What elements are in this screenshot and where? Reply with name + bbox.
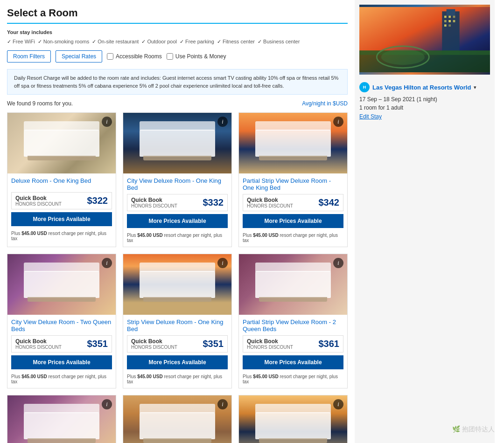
- stay-includes-label: Your stay includes: [7, 29, 52, 35]
- quick-book-price-1: $322: [87, 195, 108, 206]
- qb-title-6: Quick Book: [247, 338, 293, 345]
- quick-book-price-6: $361: [319, 339, 340, 349]
- quick-book-row-3: Quick Book HONORS DISCOUNT $342: [243, 194, 343, 211]
- svg-point-14: [381, 49, 425, 65]
- room-card-9: i Strip View One Bedroom Suite - One Kin…: [238, 395, 348, 443]
- qb-title-5: Quick Book: [131, 338, 177, 345]
- info-icon-9[interactable]: i: [333, 399, 343, 409]
- hotel-info: H Las Vegas Hilton at Resorts World ▾ 17…: [359, 78, 490, 124]
- room-card-6: i Partial Strip View Deluxe Room - 2 Que…: [238, 254, 348, 388]
- quick-book-row-4: Quick Book HONORS DISCOUNT $351: [11, 335, 112, 353]
- svg-rect-9: [444, 24, 447, 27]
- room-image-9: i: [239, 395, 347, 443]
- qb-discount-5: HONORS DISCOUNT: [131, 345, 177, 350]
- results-count: We found 9 rooms for you.: [7, 100, 73, 107]
- accessible-rooms-label[interactable]: Accessible Rooms: [107, 53, 162, 60]
- more-prices-btn-6[interactable]: More Prices Available: [243, 355, 343, 369]
- qb-title-2: Quick Book: [131, 197, 177, 203]
- stay-dates: 17 Sep – 18 Sep 2021 (1 night): [359, 96, 490, 103]
- room-card-1: i Deluxe Room - One King Bed Quick Book …: [7, 112, 116, 247]
- info-icon-3[interactable]: i: [333, 117, 343, 127]
- info-icon-4[interactable]: i: [102, 258, 112, 268]
- filter-row: Room Filters Special Rates Accessible Ro…: [7, 50, 348, 62]
- room-name-2: City View Deluxe Room - One King Bed: [123, 173, 231, 194]
- room-image-3: i: [239, 113, 347, 173]
- results-row: We found 9 rooms for you. Avg/night in $…: [7, 100, 348, 107]
- page-title: Select a Room: [7, 7, 348, 24]
- svg-rect-4: [448, 16, 451, 18]
- stay-item-parking: Free parking: [180, 39, 214, 45]
- room-card-3: i Partial Strip View Deluxe Room - One K…: [238, 112, 348, 247]
- hotel-name: Las Vegas Hilton at Resorts World: [372, 84, 471, 91]
- info-icon-5[interactable]: i: [217, 258, 228, 268]
- room-name-1: Deluxe Room - One King Bed: [7, 173, 116, 192]
- room-grid: i Deluxe Room - One King Bed Quick Book …: [7, 112, 348, 443]
- quick-book-label-5: Quick Book HONORS DISCOUNT: [131, 338, 177, 350]
- quick-book-row-1: Quick Book HONORS DISCOUNT $322: [11, 192, 112, 209]
- dropdown-arrow-icon: ▾: [474, 84, 476, 90]
- stay-guests: 1 room for 1 adult: [359, 104, 490, 111]
- quick-book-label-4: Quick Book HONORS DISCOUNT: [15, 338, 62, 350]
- currency-selector[interactable]: Avg/night in $USD: [302, 100, 348, 107]
- room-name-5: Strip View Deluxe Room - One King Bed: [123, 315, 231, 335]
- info-icon-2[interactable]: i: [217, 117, 228, 127]
- watermark: 🌿 抱团特达人: [452, 425, 495, 434]
- quick-book-price-2: $332: [203, 197, 224, 208]
- room-filters-button[interactable]: Room Filters: [7, 50, 51, 62]
- room-image-2: i: [123, 113, 231, 173]
- special-rates-button[interactable]: Special Rates: [56, 50, 102, 62]
- use-points-money-label[interactable]: Use Points & Money: [167, 53, 226, 60]
- resort-charge-1: Plus $45.00 USD resort charge per night,…: [7, 229, 116, 245]
- room-name-6: Partial Strip View Deluxe Room - 2 Queen…: [239, 315, 347, 335]
- use-points-money-text: Use Points & Money: [175, 53, 226, 60]
- stay-includes: Your stay includes Free WiFi Non-smoking…: [7, 29, 348, 45]
- stay-item-fitness: Fitness center: [217, 39, 255, 45]
- accessible-rooms-text: Accessible Rooms: [116, 53, 162, 60]
- quick-book-label-3: Quick Book HONORS DISCOUNT: [247, 197, 293, 208]
- qb-discount-6: HONORS DISCOUNT: [247, 345, 293, 350]
- use-points-money-checkbox[interactable]: [167, 53, 173, 60]
- accessible-rooms-checkbox[interactable]: [107, 53, 113, 60]
- stay-item-pool: Outdoor pool: [141, 39, 177, 45]
- room-name-3: Partial Strip View Deluxe Room - One Kin…: [239, 173, 347, 194]
- resort-charge-6: Plus $45.00 USD resort charge per night,…: [239, 372, 347, 388]
- more-prices-btn-3[interactable]: More Prices Available: [243, 214, 343, 228]
- svg-rect-5: [453, 16, 455, 18]
- svg-rect-7: [448, 20, 451, 22]
- hotel-name-row: H Las Vegas Hilton at Resorts World ▾: [359, 82, 490, 92]
- stay-includes-items: Free WiFi Non-smoking rooms On-site rest…: [7, 39, 300, 45]
- qb-discount-2: HONORS DISCOUNT: [131, 203, 177, 208]
- info-icon-6[interactable]: i: [333, 258, 343, 268]
- room-image-5: i: [123, 254, 231, 315]
- quick-book-row-2: Quick Book HONORS DISCOUNT $332: [127, 194, 228, 211]
- svg-rect-6: [444, 20, 447, 22]
- stay-item-wifi: Free WiFi: [7, 39, 35, 45]
- more-prices-btn-1[interactable]: More Prices Available: [11, 212, 112, 226]
- room-image-8: i: [123, 395, 231, 443]
- room-image-6: i: [239, 254, 347, 315]
- qb-discount-4: HONORS DISCOUNT: [15, 345, 62, 350]
- resort-charge-5: Plus $45.00 USD resort charge per night,…: [123, 372, 231, 388]
- room-card-2: i City View Deluxe Room - One King Bed Q…: [123, 112, 232, 247]
- hotel-aerial-image: [359, 5, 490, 75]
- more-prices-btn-5[interactable]: More Prices Available: [127, 355, 228, 369]
- quick-book-price-3: $342: [319, 197, 340, 208]
- info-icon-1[interactable]: i: [102, 117, 112, 127]
- stay-item-restaurant: On-site restaurant: [92, 39, 139, 45]
- more-prices-btn-4[interactable]: More Prices Available: [11, 355, 112, 369]
- qb-discount-3: HONORS DISCOUNT: [247, 203, 293, 208]
- edit-stay-link[interactable]: Edit Stay: [359, 113, 382, 120]
- info-icon-7[interactable]: i: [102, 399, 112, 409]
- more-prices-btn-2[interactable]: More Prices Available: [127, 214, 228, 228]
- stay-item-nosmoking: Non-smoking rooms: [38, 39, 89, 45]
- room-image-7: i: [7, 395, 116, 443]
- svg-rect-3: [444, 16, 447, 18]
- info-banner-text: Daily Resort Charge will be added to the…: [14, 75, 338, 89]
- sidebar: H Las Vegas Hilton at Resorts World ▾ 17…: [355, 0, 495, 443]
- info-icon-8[interactable]: i: [217, 399, 228, 409]
- svg-rect-10: [448, 24, 451, 27]
- room-card-8: i City View One Bedroom Suite - One King…: [123, 395, 232, 443]
- quick-book-price-4: $351: [87, 339, 108, 349]
- svg-rect-2: [447, 9, 455, 16]
- resort-charge-2: Plus $45.00 USD resort charge per night,…: [123, 231, 231, 247]
